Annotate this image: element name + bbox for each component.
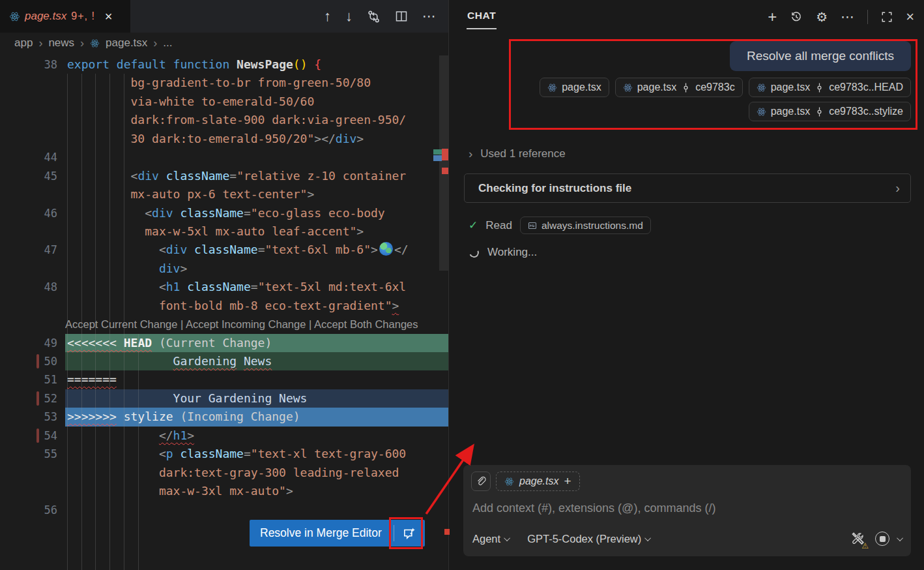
react-file-icon xyxy=(757,107,766,117)
chat-header: CHAT + ⚙ ⋯ × xyxy=(449,0,924,34)
chevron-right-icon: › xyxy=(38,37,42,50)
chevron-right-icon: › xyxy=(895,181,900,196)
stop-button[interactable] xyxy=(875,532,889,546)
tab-title: page.tsx xyxy=(25,10,66,23)
line-number: 54 xyxy=(0,427,57,445)
code-editor[interactable]: 38export default function NewsPage() {bg… xyxy=(0,53,448,570)
working-label: Working... xyxy=(487,246,537,259)
gutter-error-mark xyxy=(36,391,39,406)
gutter-error-mark xyxy=(36,354,39,368)
split-editor-icon[interactable] xyxy=(395,10,408,23)
configure-tools-button[interactable]: ⚠ xyxy=(850,531,866,547)
resolve-button-label: Resolve in Merge Editor xyxy=(250,526,394,540)
chip-git-ref: ce9783c xyxy=(695,82,735,93)
breadcrumb-app[interactable]: app xyxy=(14,37,33,50)
read-label: Read xyxy=(485,219,512,232)
breadcrumb-file[interactable]: page.tsx xyxy=(106,37,147,50)
close-panel-icon[interactable]: × xyxy=(906,8,914,25)
file-reference-chip[interactable]: page.tsxce9783c..stylize xyxy=(749,102,911,121)
chip-file-name: page.tsx xyxy=(562,82,601,93)
tab-page-tsx[interactable]: page.tsx 9+, ! × xyxy=(0,0,130,33)
line-number: 51 xyxy=(0,370,57,389)
send-options-chevron-icon[interactable] xyxy=(897,535,903,541)
chat-toolbar: + ⚙ ⋯ × xyxy=(768,0,914,34)
chat-tab[interactable]: CHAT xyxy=(467,10,496,22)
git-commit-icon xyxy=(815,83,824,93)
overview-mark-current xyxy=(433,149,442,155)
merge-codelens-actions[interactable]: Accept Current Change | Accept Incoming … xyxy=(65,315,418,333)
line-number: 53 xyxy=(0,408,57,426)
chip-git-ref: ce9783c..HEAD xyxy=(829,82,903,93)
breadcrumb-news[interactable]: news xyxy=(48,37,74,50)
model-label: GPT-5-Codex (Preview) xyxy=(527,533,641,545)
overview-mark-error xyxy=(442,149,448,160)
chat-input-placeholder[interactable]: Add context (#), extensions (@), command… xyxy=(472,502,715,515)
overview-mark-error xyxy=(442,168,448,174)
user-request-bubble: Resolve all merge conflicts xyxy=(730,41,911,71)
context-file-chip[interactable]: page.tsx + xyxy=(496,472,580,491)
spinner-icon xyxy=(468,246,480,258)
model-dropdown[interactable]: GPT-5-Codex (Preview) xyxy=(527,533,651,545)
chip-file-name: page.tsx xyxy=(637,82,676,93)
instructions-file-name: always.instructions.md xyxy=(541,220,643,232)
maximize-panel-icon[interactable] xyxy=(881,11,893,23)
scrollbar[interactable] xyxy=(439,55,448,271)
close-icon[interactable]: × xyxy=(105,10,113,23)
react-file-icon xyxy=(757,83,766,93)
chevron-down-icon xyxy=(504,535,510,541)
used-references-label: Used 1 reference xyxy=(480,147,565,160)
line-number: 56 xyxy=(0,501,57,519)
context-file-name: page.tsx xyxy=(519,475,558,487)
toolbar-divider xyxy=(867,10,868,24)
check-icon: ✓ xyxy=(469,218,478,232)
mode-label: Agent xyxy=(472,533,500,545)
tool-call-label: Checking for instructions file xyxy=(465,182,631,195)
react-file-icon xyxy=(623,83,633,93)
git-commit-icon xyxy=(681,83,691,93)
breadcrumb: app › news › page.tsx › ... xyxy=(0,33,448,53)
chevron-right-icon: › xyxy=(153,37,157,50)
gear-icon[interactable]: ⚙ xyxy=(816,9,828,25)
breadcrumb-symbol[interactable]: ... xyxy=(163,37,172,50)
next-change-icon[interactable]: ↓ xyxy=(345,8,353,25)
code-row: 38export default function NewsPage() { xyxy=(0,55,448,74)
gutter-error-mark xyxy=(36,428,39,443)
compare-changes-icon[interactable] xyxy=(367,10,381,23)
add-context-icon[interactable]: + xyxy=(564,474,571,488)
file-reference-chip[interactable]: page.tsxce9783c..HEAD xyxy=(749,78,911,97)
chat-tab-underline xyxy=(467,28,497,29)
line-number: 47 xyxy=(0,241,57,259)
previous-change-icon[interactable]: ↑ xyxy=(324,8,331,25)
overview-mark-incoming xyxy=(433,155,442,161)
attach-context-button[interactable] xyxy=(471,472,491,491)
working-row: Working... xyxy=(469,246,537,259)
git-commit-icon xyxy=(815,107,824,117)
line-number: 45 xyxy=(0,167,57,185)
resolve-with-copilot-icon[interactable] xyxy=(394,520,425,547)
globe-emoji xyxy=(379,242,393,256)
more-actions-icon[interactable]: ⋯ xyxy=(841,9,854,25)
line-number: 48 xyxy=(0,278,57,296)
chat-input-box[interactable]: page.tsx + Add context (#), extensions (… xyxy=(463,465,911,556)
react-file-icon xyxy=(90,38,100,48)
new-chat-icon[interactable]: + xyxy=(768,8,777,26)
instructions-file-pill[interactable]: always.instructions.md xyxy=(520,217,651,234)
line-number: 55 xyxy=(0,445,57,463)
used-references-toggle[interactable]: › Used 1 reference xyxy=(469,147,566,161)
file-reference-chip[interactable]: page.tsxce9783c xyxy=(615,78,743,97)
mode-dropdown[interactable]: Agent xyxy=(472,533,510,545)
annotation-mark xyxy=(444,529,450,535)
resolve-in-merge-editor-button[interactable]: Resolve in Merge Editor xyxy=(250,520,425,547)
tab-bar: page.tsx 9+, ! × ↑ ↓ ⋯ xyxy=(0,0,448,33)
line-number: 46 xyxy=(0,204,57,222)
chip-file-name: page.tsx xyxy=(771,82,810,93)
line-number: 49 xyxy=(0,334,57,352)
file-reference-chip[interactable]: page.tsx xyxy=(540,78,609,97)
tool-call-box[interactable]: Checking for instructions file › xyxy=(464,173,911,203)
line-number: 44 xyxy=(0,148,57,166)
chat-input-toolbar: Agent GPT-5-Codex (Preview) ⚠ xyxy=(472,529,903,548)
more-actions-icon[interactable]: ⋯ xyxy=(422,8,437,24)
read-file-row: ✓ Read always.instructions.md xyxy=(469,217,651,234)
chevron-down-icon xyxy=(644,535,651,541)
history-icon[interactable] xyxy=(790,10,803,23)
